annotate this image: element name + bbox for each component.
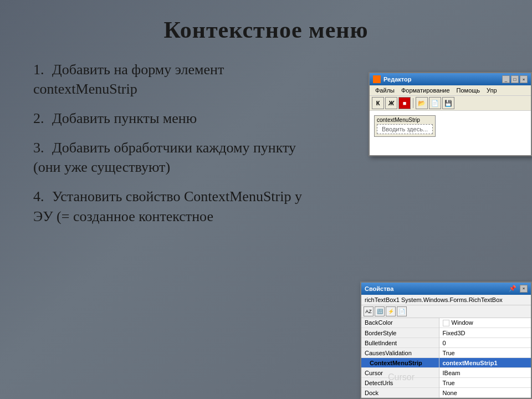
prop-value-backcolor: Window — [439, 318, 531, 328]
italic-button[interactable]: Ж — [385, 97, 397, 109]
prop-row-contextmenustrip[interactable]: ▶ContextMenuStrip contextMenuStrip1 — [361, 358, 531, 368]
editor-body: contextMenuStrip Вводить здесь... — [370, 111, 531, 155]
props-title: Свойства — [365, 285, 505, 292]
editor-window: Редактор _ □ × Файлы Форматирование Помо… — [369, 72, 532, 156]
prop-value-contextmenustrip: contextMenuStrip1 — [439, 358, 531, 368]
prop-name-dock: Dock — [361, 388, 439, 398]
pin-icon[interactable]: 📌 — [509, 285, 516, 292]
prop-value-bulletindent: 0 — [439, 338, 531, 348]
list-text: Установить свойство ContextMenuStrip уЭУ… — [33, 188, 302, 224]
props-object-header: richTextBox1 System.Windows.Forms.RichTe… — [361, 295, 531, 305]
prop-value-borderstyle: Fixed3D — [439, 328, 531, 338]
list-num: 4. — [33, 188, 44, 204]
list-item: 4. Установить свойство ContextMenuStrip … — [28, 187, 504, 226]
prop-row-borderstyle: BorderStyle Fixed3D — [361, 328, 531, 338]
prop-row-detecturls: DetectUrls True — [361, 378, 531, 388]
editor-menubar: Файлы Форматирование Помощь Упр — [370, 85, 531, 96]
props-table: BackColor Window BorderStyle Fixed3D Bul… — [361, 318, 531, 398]
list-num: 2. — [33, 110, 44, 126]
editor-titlebar: Редактор _ □ × — [370, 73, 531, 85]
list-num: 3. — [33, 140, 44, 156]
toolbar-btn-open[interactable]: 📂 — [416, 97, 428, 109]
toolbar-btn-new[interactable]: 📄 — [429, 97, 441, 109]
prop-name-bulletindent: BulletIndent — [361, 338, 439, 348]
props-toolbar: AZ 🔢 ⚡ 📄 — [361, 305, 531, 318]
props-titlebar: Свойства 📌 × — [361, 283, 531, 295]
selected-arrow-icon: ▶ — [365, 361, 369, 366]
editor-title: Редактор — [383, 76, 499, 83]
prop-row-backcolor: BackColor Window — [361, 318, 531, 328]
props-close-button[interactable]: × — [520, 285, 528, 293]
prop-name-contextmenustrip: ▶ContextMenuStrip — [361, 358, 439, 368]
props-prop-pages[interactable]: 📄 — [397, 306, 407, 316]
editor-toolbar: К Ж ■ 📂 📄 💾 — [370, 96, 531, 111]
context-menu-strip-label: contextMenuStrip — [376, 117, 434, 123]
props-sort-alpha[interactable]: AZ — [364, 306, 374, 316]
prop-value-cursor: IBeam — [439, 368, 531, 378]
cursor-label: Cursor — [388, 372, 415, 382]
prop-row-bulletindent: BulletIndent 0 — [361, 338, 531, 348]
prop-row-cursor: Cursor IBeam — [361, 368, 531, 378]
props-sort-cat[interactable]: 🔢 — [375, 306, 385, 316]
prop-value-dock: None — [439, 388, 531, 398]
editor-app-icon — [373, 75, 381, 83]
maximize-button[interactable]: □ — [511, 75, 519, 83]
context-menu-strip-designer: contextMenuStrip Вводить здесь... — [374, 115, 436, 137]
color-swatch — [443, 320, 449, 326]
prop-name-causesvalidation: CausesValidation — [361, 348, 439, 358]
prop-name-backcolor: BackColor — [361, 318, 439, 328]
properties-window: Свойства 📌 × richTextBox1 System.Windows… — [360, 282, 532, 400]
editor-window-controls: _ □ × — [502, 75, 528, 83]
bold-button[interactable]: К — [372, 97, 384, 109]
color-red-button[interactable]: ■ — [398, 97, 411, 109]
list-num: 1. — [33, 62, 44, 78]
prop-row-dock: Dock None — [361, 388, 531, 398]
slide-title: Контекстное меню — [28, 17, 504, 43]
close-button[interactable]: × — [520, 75, 528, 83]
list-text: Добавить обработчики каждому пункту(они … — [33, 140, 296, 175]
prop-row-causesvalidation: CausesValidation True — [361, 348, 531, 358]
menu-format[interactable]: Форматирование — [398, 86, 453, 94]
prop-value-detecturls: True — [439, 378, 531, 388]
toolbar-separator — [413, 98, 413, 108]
list-text: Добавить на форму элементcontextMenuStri… — [33, 62, 224, 97]
menu-help[interactable]: Помощь — [453, 86, 484, 94]
menu-files[interactable]: Файлы — [372, 86, 398, 94]
prop-value-causesvalidation: True — [439, 348, 531, 358]
type-here-button[interactable]: Вводить здесь... — [377, 124, 433, 134]
menu-ctrl[interactable]: Упр — [483, 86, 500, 94]
toolbar-btn-save[interactable]: 💾 — [442, 97, 454, 109]
minimize-button[interactable]: _ — [502, 75, 510, 83]
props-events[interactable]: ⚡ — [386, 306, 396, 316]
prop-name-borderstyle: BorderStyle — [361, 328, 439, 338]
list-text: Добавить пункты меню — [52, 110, 197, 126]
